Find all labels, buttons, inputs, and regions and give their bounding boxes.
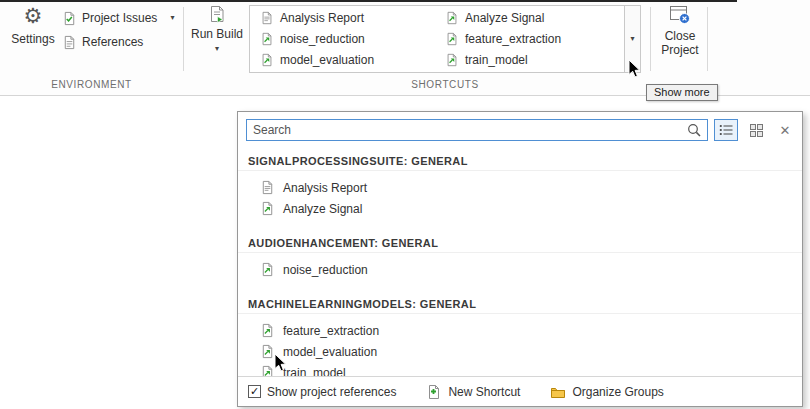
gallery-item-noise-reduction[interactable]: noise_reduction xyxy=(252,29,437,50)
toolstrip-top-edge xyxy=(0,0,737,2)
gallery-item-label: train_model xyxy=(465,53,528,67)
gallery-item-feature-extraction[interactable]: feature_extraction xyxy=(437,29,622,50)
project-toolstrip: ⚙ Settings Project Issues ▾ References E… xyxy=(0,0,810,96)
new-shortcut-label: New Shortcut xyxy=(448,385,520,399)
group-items: feature_extraction model_evaluation trai… xyxy=(238,314,802,376)
chevron-down-icon: ▾ xyxy=(630,35,634,43)
shortcut-icon xyxy=(260,344,275,359)
run-build-icon xyxy=(207,4,227,24)
shortcut-item-label: Analysis Report xyxy=(283,181,367,195)
show-more-tooltip: Show more xyxy=(646,84,718,101)
organize-groups-button[interactable]: Organize Groups xyxy=(550,385,663,399)
report-icon xyxy=(260,180,275,195)
gallery-item-label: Analysis Report xyxy=(280,11,364,25)
mouse-cursor xyxy=(628,59,641,82)
report-icon xyxy=(260,11,274,25)
project-issues-icon xyxy=(62,11,77,26)
run-build-button[interactable]: Run Build ▾ xyxy=(188,4,246,76)
shortcut-icon xyxy=(445,53,459,67)
environment-section-label: ENVIRONMENT xyxy=(0,79,183,90)
mouse-cursor xyxy=(274,353,287,376)
shortcut-item-feature-extraction[interactable]: feature_extraction xyxy=(238,320,802,341)
new-shortcut-button[interactable]: New Shortcut xyxy=(426,384,520,400)
references-button[interactable]: References xyxy=(62,32,143,52)
shortcut-item-analysis-report[interactable]: Analysis Report xyxy=(238,177,802,198)
shortcut-item-label: noise_reduction xyxy=(283,263,368,277)
shortcut-icon xyxy=(260,32,274,46)
shortcut-item-label: feature_extraction xyxy=(283,324,379,338)
panel-footer: ✓ Show project references New Shortcut O… xyxy=(238,376,802,406)
shortcut-item-model-evaluation[interactable]: model_evaluation xyxy=(238,341,802,362)
group-header: MACHINELEARNINGMODELS: GENERAL xyxy=(238,295,802,314)
run-build-label: Run Build xyxy=(191,27,243,41)
chevron-down-icon[interactable]: ▾ xyxy=(215,45,219,53)
shortcuts-section-label: SHORTCUTS xyxy=(249,79,641,90)
gallery-item-label: Analyze Signal xyxy=(465,11,544,25)
gallery-item-label: feature_extraction xyxy=(465,32,561,46)
grid-view-icon xyxy=(750,124,763,137)
references-icon xyxy=(62,35,77,50)
gallery-item-label: noise_reduction xyxy=(280,32,365,46)
section-divider xyxy=(707,7,708,71)
close-project-icon xyxy=(668,4,692,26)
show-references-label: Show project references xyxy=(267,385,396,399)
organize-groups-icon xyxy=(550,385,566,399)
shortcut-icon xyxy=(260,323,275,338)
gallery-item-analyze-signal[interactable]: Analyze Signal xyxy=(437,8,622,29)
chevron-down-icon[interactable]: ▾ xyxy=(170,14,174,22)
gallery-item-label: model_evaluation xyxy=(280,53,374,67)
shortcut-icon xyxy=(445,32,459,46)
shortcut-icon xyxy=(260,201,275,216)
close-panel-button[interactable]: ✕ xyxy=(776,123,794,138)
project-issues-button[interactable]: Project Issues ▾ xyxy=(62,8,174,28)
shortcuts-popup-panel: ✕ SIGNALPROCESSINGSUITE: GENERAL Analysi… xyxy=(237,111,803,407)
search-input[interactable] xyxy=(253,123,687,137)
search-icon xyxy=(687,123,702,138)
shortcut-item-analyze-signal[interactable]: Analyze Signal xyxy=(238,198,802,219)
show-references-toggle[interactable]: ✓ Show project references xyxy=(248,385,396,399)
gallery-item-train-model[interactable]: train_model xyxy=(437,50,622,71)
settings-button[interactable]: ⚙ Settings xyxy=(6,4,60,70)
section-divider xyxy=(183,7,184,71)
group-items: noise_reduction xyxy=(238,253,802,282)
close-project-label: Close Project xyxy=(657,29,703,58)
shortcut-icon xyxy=(260,53,274,67)
shortcut-groups-list: SIGNALPROCESSINGSUITE: GENERAL Analysis … xyxy=(238,146,802,376)
gallery-item-analysis-report[interactable]: Analysis Report xyxy=(252,8,437,29)
shortcut-item-label: Analyze Signal xyxy=(283,202,362,216)
list-view-button[interactable] xyxy=(714,119,738,141)
show-references-checkbox[interactable]: ✓ xyxy=(248,385,261,398)
shortcut-item-label: model_evaluation xyxy=(283,345,377,359)
grid-view-button[interactable] xyxy=(744,119,768,141)
group-items: Analysis Report Analyze Signal xyxy=(238,171,802,221)
shortcut-icon xyxy=(260,262,275,277)
shortcut-icon xyxy=(445,11,459,25)
references-label: References xyxy=(82,35,143,49)
list-view-icon xyxy=(719,124,733,136)
panel-toolbar: ✕ xyxy=(238,112,802,146)
shortcut-icon xyxy=(260,365,275,376)
project-issues-label: Project Issues xyxy=(82,11,157,25)
group-header: AUDIOENHANCEMENT: GENERAL xyxy=(238,234,802,253)
shortcut-item-train-model[interactable]: train_model xyxy=(238,362,802,376)
section-divider xyxy=(650,7,651,71)
shortcuts-gallery-grid: Analysis Report Analyze Signal noise_red… xyxy=(250,6,624,72)
gallery-item-model-evaluation[interactable]: model_evaluation xyxy=(252,50,437,71)
organize-groups-label: Organize Groups xyxy=(572,385,663,399)
shortcut-item-noise-reduction[interactable]: noise_reduction xyxy=(238,259,802,280)
settings-label: Settings xyxy=(11,32,54,46)
shortcuts-gallery: Analysis Report Analyze Signal noise_red… xyxy=(249,5,641,73)
group-header: SIGNALPROCESSINGSUITE: GENERAL xyxy=(238,152,802,171)
shortcut-item-label: train_model xyxy=(283,366,346,377)
search-box xyxy=(246,119,708,141)
close-project-button[interactable]: Close Project xyxy=(654,4,706,76)
gear-icon: ⚙ xyxy=(24,4,43,28)
new-shortcut-icon xyxy=(426,384,442,400)
